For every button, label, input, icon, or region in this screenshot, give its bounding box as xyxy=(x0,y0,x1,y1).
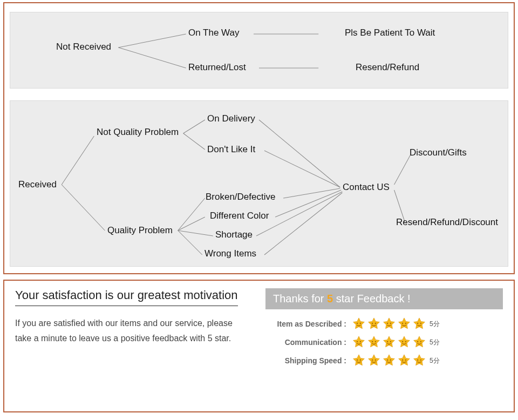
star-icon xyxy=(382,335,396,349)
rating-label: Item as Described : xyxy=(265,320,352,328)
star-icon xyxy=(367,354,381,368)
rating-score: 5分 xyxy=(430,356,440,365)
star-icon xyxy=(352,317,366,331)
svg-point-45 xyxy=(390,360,391,361)
star-icon xyxy=(397,317,411,331)
svg-point-49 xyxy=(420,360,421,361)
svg-line-7 xyxy=(183,133,205,150)
node-not-received: Not Received xyxy=(56,42,111,52)
star-icon xyxy=(382,354,396,368)
svg-point-22 xyxy=(372,323,373,324)
feedback-body: If you are satisfied with our items and … xyxy=(15,316,242,346)
svg-line-12 xyxy=(259,120,340,187)
node-broken: Broken/Defective xyxy=(206,192,275,202)
node-rrr: Resend/Refund/Discount xyxy=(396,217,498,228)
node-on-delivery: On Delivery xyxy=(207,113,255,124)
rating-label: Communication : xyxy=(265,338,352,347)
svg-point-39 xyxy=(420,341,421,342)
svg-point-30 xyxy=(357,341,358,342)
feedback-title: Your satisfaction is our greatest motiva… xyxy=(15,288,238,306)
svg-line-6 xyxy=(183,120,205,133)
node-not-quality: Not Quality Problem xyxy=(97,127,179,138)
node-dont-like: Don't Like It xyxy=(207,144,255,155)
svg-line-10 xyxy=(178,231,213,236)
svg-line-4 xyxy=(62,136,94,185)
svg-line-11 xyxy=(178,231,202,255)
node-quality: Quality Problem xyxy=(107,225,173,236)
star-icon xyxy=(397,354,411,368)
star-icon xyxy=(367,335,381,349)
svg-point-40 xyxy=(357,360,358,361)
rating-row: Communication : 5分 xyxy=(265,335,503,349)
feedback-rating-column: Thanks for 5 star Feedback ! Item as Des… xyxy=(265,288,503,372)
svg-line-1 xyxy=(118,48,186,68)
svg-point-43 xyxy=(375,360,376,361)
svg-line-17 xyxy=(264,193,342,255)
node-received: Received xyxy=(18,179,57,190)
node-discount-gifts: Discount/Gifts xyxy=(410,147,467,158)
svg-point-36 xyxy=(402,341,403,342)
svg-point-42 xyxy=(372,360,373,361)
svg-point-37 xyxy=(405,341,406,342)
star-icon xyxy=(382,317,396,331)
stars-group xyxy=(352,354,426,368)
svg-point-33 xyxy=(375,341,376,342)
feedback-frame: Your satisfaction is our greatest motiva… xyxy=(3,280,515,412)
svg-point-47 xyxy=(405,360,406,361)
banner-post: star Feedback ! xyxy=(333,293,410,304)
stars-group xyxy=(352,335,426,349)
svg-point-24 xyxy=(387,323,388,324)
rating-row: Shipping Speed : 5分 xyxy=(265,354,503,368)
star-icon xyxy=(352,354,366,368)
svg-point-23 xyxy=(375,323,376,324)
star-icon xyxy=(397,335,411,349)
received-panel: Received Not Quality Problem Quality Pro… xyxy=(10,100,508,267)
svg-line-13 xyxy=(264,151,340,187)
node-pls-patient: Pls Be Patient To Wait xyxy=(345,28,435,38)
star-icon xyxy=(367,317,381,331)
node-shortage: Shortage xyxy=(215,229,253,240)
node-contact-us: Contact US xyxy=(343,182,390,193)
thanks-banner: Thanks for 5 star Feedback ! xyxy=(265,288,503,309)
svg-line-5 xyxy=(62,185,105,231)
flow-diagram-frame: Not Received On The Way Returned/Lost Pl… xyxy=(3,2,515,274)
svg-point-28 xyxy=(417,323,418,324)
svg-line-14 xyxy=(283,188,340,198)
svg-point-27 xyxy=(405,323,406,324)
svg-point-20 xyxy=(357,323,358,324)
banner-pre: Thanks for xyxy=(273,293,327,304)
svg-point-41 xyxy=(360,360,361,361)
stars-group xyxy=(352,317,426,331)
rating-row: Item as Described : 5分 xyxy=(265,317,503,331)
rating-label: Shipping Speed : xyxy=(265,356,352,365)
svg-point-46 xyxy=(402,360,403,361)
star-icon xyxy=(412,335,426,349)
node-wrong-items: Wrong Items xyxy=(205,248,256,259)
rating-score: 5分 xyxy=(430,320,440,329)
svg-point-35 xyxy=(390,341,391,342)
banner-num: 5 xyxy=(327,293,333,304)
feedback-text-column: Your satisfaction is our greatest motiva… xyxy=(15,288,253,346)
svg-point-48 xyxy=(417,360,418,361)
svg-point-21 xyxy=(360,323,361,324)
svg-line-15 xyxy=(275,190,341,217)
node-on-the-way: On The Way xyxy=(188,28,239,38)
svg-point-44 xyxy=(387,360,388,361)
svg-point-34 xyxy=(387,341,388,342)
svg-point-25 xyxy=(390,323,391,324)
svg-point-29 xyxy=(420,323,421,324)
svg-point-26 xyxy=(402,323,403,324)
star-icon xyxy=(352,335,366,349)
svg-line-0 xyxy=(118,34,186,48)
ratings-table: Item as Described : 5分 Communication : xyxy=(265,317,503,368)
node-returned-lost: Returned/Lost xyxy=(188,62,246,73)
svg-line-8 xyxy=(178,198,205,231)
star-icon xyxy=(412,317,426,331)
rating-score: 5分 xyxy=(430,338,440,347)
svg-line-18 xyxy=(394,155,411,185)
not-received-panel: Not Received On The Way Returned/Lost Pl… xyxy=(10,12,508,89)
node-diff-color: Different Color xyxy=(210,211,269,221)
svg-point-31 xyxy=(360,341,361,342)
svg-line-9 xyxy=(178,217,205,231)
svg-point-38 xyxy=(417,341,418,342)
